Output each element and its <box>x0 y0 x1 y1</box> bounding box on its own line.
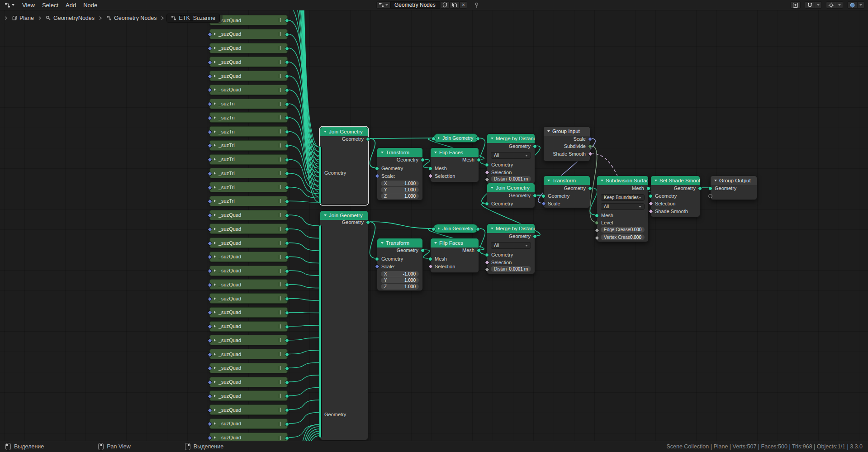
node-header[interactable]: Set Shade Smooth <box>651 176 700 185</box>
geometry-socket[interactable] <box>533 234 537 238</box>
geometry-socket[interactable] <box>432 137 436 141</box>
node-join-geometry-3[interactable]: Join GeometryGeometryGeometry <box>487 183 535 208</box>
node-transform-3[interactable]: TransformGeometryGeometryScale <box>543 176 590 208</box>
geometry-socket[interactable] <box>588 186 592 190</box>
node-transform-1[interactable]: TransformGeometryGeometryScale:X-1.000Y1… <box>377 147 423 200</box>
node-transform-2[interactable]: TransformGeometryGeometryScale:X-1.000Y1… <box>377 238 423 291</box>
geometry-socket[interactable] <box>477 248 481 252</box>
geometry-socket[interactable] <box>698 186 702 190</box>
node-join-geometry-pill-1[interactable]: Join Geometry <box>433 133 478 143</box>
field-y[interactable]: Y1.000 <box>381 277 419 283</box>
geometry-socket[interactable] <box>485 163 489 167</box>
snap-target-button[interactable] <box>826 1 836 9</box>
geometry-socket[interactable] <box>366 220 370 224</box>
dropdown-keep-boundaries[interactable]: Keep Boundaries <box>601 194 645 201</box>
field-z[interactable]: Z1.000 <box>381 284 419 290</box>
float-socket[interactable] <box>484 267 489 272</box>
field-edge-crease[interactable]: Edge Crease0.000 <box>601 227 645 233</box>
breadcrumb-expand-icon[interactable] <box>4 16 8 20</box>
geometry-socket[interactable] <box>428 167 432 171</box>
expand-icon[interactable] <box>438 227 440 230</box>
geometry-socket[interactable] <box>421 248 425 252</box>
pin-button[interactable] <box>472 1 482 9</box>
node-merge-by-distance-2[interactable]: Merge by DistanceGeometryAllGeometrySele… <box>487 224 535 274</box>
collapse-icon[interactable] <box>491 138 493 139</box>
geometry-socket[interactable] <box>476 137 480 141</box>
breadcrumb-item-etk-suzanne[interactable]: ETK_Suzanne <box>166 14 220 23</box>
geometry-socket[interactable] <box>366 137 370 141</box>
geometry-socket[interactable] <box>533 194 537 198</box>
breadcrumb-item-plane[interactable]: Plane <box>10 14 36 22</box>
node-header[interactable]: Transform <box>377 148 422 157</box>
collapse-icon[interactable] <box>434 242 437 244</box>
node-header[interactable]: Transform <box>544 176 590 185</box>
node-group-input[interactable]: Group InputScaleSubdivideShade Smooth <box>543 126 590 162</box>
float-socket[interactable] <box>484 177 489 182</box>
geometry-socket[interactable] <box>485 253 489 257</box>
collapse-icon[interactable] <box>381 242 384 244</box>
breadcrumb-item-geometrynodes[interactable]: GeometryNodes <box>44 14 96 22</box>
node-header[interactable]: Flip Faces <box>431 238 479 247</box>
geometry-socket[interactable] <box>375 257 379 261</box>
browse-nodetree-button[interactable] <box>376 1 390 9</box>
node-header[interactable]: Join Geometry <box>320 127 368 136</box>
fit-view-button[interactable] <box>790 1 801 9</box>
multi-input-socket[interactable] <box>319 146 322 204</box>
node-flip-faces-1[interactable]: Flip FacesMeshMeshSelection <box>430 147 479 182</box>
overlays-dropdown[interactable] <box>858 1 864 9</box>
collapse-icon[interactable] <box>381 152 384 153</box>
fake-user-button[interactable] <box>440 1 450 9</box>
snap-mode-dropdown[interactable] <box>815 1 822 9</box>
collapse-icon[interactable] <box>491 187 493 189</box>
collapse-icon[interactable] <box>491 228 493 229</box>
vector-socket[interactable] <box>588 137 592 141</box>
geometry-socket[interactable] <box>708 186 712 190</box>
field-y[interactable]: Y1.000 <box>381 187 419 193</box>
collapse-icon[interactable] <box>324 214 327 216</box>
node-header[interactable]: Transform <box>377 238 422 247</box>
field-x[interactable]: X-1.000 <box>381 271 419 277</box>
dropdown-all[interactable]: All <box>491 242 531 249</box>
dropdown-all[interactable]: All <box>601 203 645 210</box>
geometry-socket[interactable] <box>421 158 425 162</box>
geometry-socket[interactable] <box>595 214 599 218</box>
node-set-shade-smooth[interactable]: Set Shade SmoothGeometryGeometrySelectio… <box>650 176 700 217</box>
geometry-socket[interactable] <box>432 227 436 231</box>
collapse-icon[interactable] <box>324 131 327 133</box>
snap-toggle-button[interactable] <box>805 1 815 9</box>
float-socket[interactable] <box>594 235 599 240</box>
integer-socket[interactable] <box>588 144 592 148</box>
node-header[interactable]: Join Geometry <box>487 183 535 192</box>
geometry-socket[interactable] <box>533 144 537 148</box>
node-header[interactable]: Group Input <box>544 127 590 136</box>
collapse-icon[interactable] <box>655 180 657 181</box>
node-flip-faces-2[interactable]: Flip FacesMeshMeshSelection <box>430 238 479 273</box>
geometry-socket[interactable] <box>476 227 480 231</box>
multi-input-socket[interactable] <box>319 225 322 438</box>
field-vertex-creas[interactable]: Vertex Creas0.000 <box>601 234 645 240</box>
expand-icon[interactable] <box>438 137 440 139</box>
node-header[interactable]: Group Output <box>711 176 757 185</box>
node-merge-by-distance-1[interactable]: Merge by DistanceGeometryAllGeometrySele… <box>487 133 535 184</box>
node-header[interactable]: Flip Faces <box>431 148 479 157</box>
node-header[interactable]: Merge by Distance <box>487 224 535 233</box>
node-join-geometry-pill-2[interactable]: Join Geometry <box>433 224 478 233</box>
menu-view[interactable]: View <box>19 1 38 9</box>
integer-socket[interactable] <box>595 221 599 225</box>
menu-select[interactable]: Select <box>38 1 62 9</box>
new-datablock-button[interactable] <box>450 1 460 9</box>
menu-node[interactable]: Node <box>80 1 101 9</box>
breadcrumb-item-geometry-nodes[interactable]: Geometry Nodes <box>104 14 158 22</box>
node-group-output[interactable]: Group OutputGeometry <box>710 176 757 200</box>
node-header[interactable]: Merge by Distance <box>487 134 535 143</box>
snap-target-dropdown[interactable] <box>836 1 843 9</box>
geometry-socket[interactable] <box>485 202 489 206</box>
tree-name-field[interactable]: Geometry Nodes <box>390 1 440 9</box>
overlays-button[interactable] <box>847 1 858 9</box>
menu-add[interactable]: Add <box>62 1 80 9</box>
dropdown-all[interactable]: All <box>491 152 531 159</box>
geometry-socket[interactable] <box>375 167 379 171</box>
collapse-icon[interactable] <box>547 180 550 181</box>
field-x[interactable]: X-1.000 <box>381 181 419 186</box>
collapse-icon[interactable] <box>714 180 717 181</box>
